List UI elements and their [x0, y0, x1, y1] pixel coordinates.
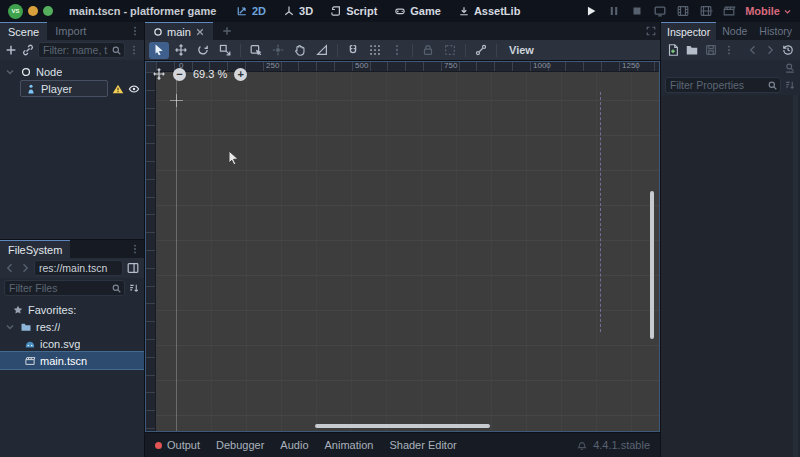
folder-row-res[interactable]: res://: [0, 318, 144, 335]
notifications-icon[interactable]: [576, 439, 588, 451]
play-scene-button[interactable]: [676, 4, 690, 18]
window-zoom-button[interactable]: [43, 6, 53, 16]
lock-node-button[interactable]: [418, 42, 438, 59]
tab-node[interactable]: Node: [716, 22, 753, 40]
recorder-badge: VS: [8, 4, 23, 19]
filesystem-filter-input[interactable]: [4, 280, 125, 296]
bottom-tab-animation[interactable]: Animation: [325, 439, 374, 451]
property-sort-button[interactable]: [784, 79, 796, 91]
list-select-tool-button[interactable]: [246, 42, 266, 59]
filesystem-filter-row: [0, 278, 144, 298]
workspace-script-button[interactable]: Script: [330, 5, 377, 17]
movie-maker-button[interactable]: [722, 4, 736, 18]
open-docs-icon[interactable]: [784, 62, 796, 74]
grid-toggle-button[interactable]: [365, 42, 385, 59]
skeleton-options-button[interactable]: [471, 42, 491, 59]
inspector-dock: Inspector Node History: [660, 22, 800, 457]
scene-tabs: main: [145, 22, 660, 40]
close-icon[interactable]: [195, 27, 205, 37]
remote-debug-button[interactable]: [653, 4, 667, 18]
bottom-tab-audio[interactable]: Audio: [280, 439, 308, 451]
center-view-icon[interactable]: [152, 67, 166, 81]
collapse-icon[interactable]: [4, 321, 16, 333]
window-minimize-button[interactable]: [28, 6, 38, 16]
split-mode-button[interactable]: [126, 261, 140, 275]
history-forward-button[interactable]: [19, 262, 31, 274]
collapse-icon[interactable]: [4, 66, 16, 78]
bottom-tab-debugger[interactable]: Debugger: [216, 439, 264, 451]
workspace-assetlib-button[interactable]: AssetLib: [458, 5, 520, 17]
play-button[interactable]: [584, 4, 598, 18]
canvas-vertical-scrollbar[interactable]: [650, 191, 654, 339]
tab-scene[interactable]: Scene: [0, 22, 47, 40]
history-back-button[interactable]: [4, 262, 16, 274]
stop-button[interactable]: [630, 4, 644, 18]
new-resource-button[interactable]: [666, 43, 680, 57]
sort-files-button[interactable]: [128, 282, 140, 294]
instance-scene-button[interactable]: [21, 43, 35, 57]
renderer-dropdown[interactable]: Mobile: [745, 5, 792, 17]
bottom-panel-bar: Output Debugger Audio Animation Shader E…: [145, 432, 660, 457]
favorites-row[interactable]: Favorites:: [0, 301, 144, 318]
load-resource-button[interactable]: [685, 43, 699, 57]
snap-toggle-button[interactable]: [343, 42, 363, 59]
2d-viewport[interactable]: 0 250 500 750 1000 1250 − 69.3 % +: [145, 61, 660, 432]
rotate-tool-button[interactable]: [193, 42, 213, 59]
play-custom-scene-button[interactable]: [699, 4, 713, 18]
workspace-switcher: 2D 3D Script Game AssetLib: [236, 0, 520, 22]
pivot-tool-button[interactable]: [268, 42, 288, 59]
dock-menu-icon[interactable]: [129, 243, 141, 255]
bottom-tab-output[interactable]: Output: [155, 439, 200, 451]
visibility-icon[interactable]: [128, 83, 140, 95]
file-row-main-tscn[interactable]: main.tscn: [0, 352, 144, 369]
scene-tab-main[interactable]: main: [145, 22, 213, 40]
ruler-icon: [315, 43, 329, 57]
save-resource-button[interactable]: [704, 43, 718, 57]
zoom-level[interactable]: 69.3 %: [193, 68, 227, 80]
edit-forward-button[interactable]: [764, 44, 776, 56]
tab-inspector[interactable]: Inspector: [661, 22, 716, 40]
zoom-in-button[interactable]: +: [234, 68, 247, 81]
snap-options-menu[interactable]: [387, 42, 407, 59]
view-menu-button[interactable]: View: [502, 44, 541, 56]
workspace-game-button[interactable]: Game: [394, 5, 441, 17]
bottom-tab-shader-editor[interactable]: Shader Editor: [389, 439, 456, 451]
tree-row-player[interactable]: Player: [0, 80, 144, 97]
file-row-icon-svg[interactable]: icon.svg: [0, 335, 144, 352]
tree-row-node[interactable]: Node: [0, 63, 144, 80]
ruler-tool-button[interactable]: [312, 42, 332, 59]
move-tool-button[interactable]: [171, 42, 191, 59]
inspector-filter: [665, 77, 781, 93]
mouse-cursor: [228, 150, 240, 166]
scale-icon: [218, 43, 232, 57]
group-node-button[interactable]: [440, 42, 460, 59]
select-tool-button[interactable]: [149, 42, 169, 59]
workspace-3d-button[interactable]: 3D: [283, 5, 313, 17]
pause-button[interactable]: [607, 4, 621, 18]
new-scene-tab-button[interactable]: [213, 22, 241, 40]
zoom-out-button[interactable]: −: [173, 68, 186, 81]
warning-icon[interactable]: [112, 83, 124, 95]
add-node-button[interactable]: [4, 43, 18, 57]
edit-back-button[interactable]: [747, 44, 759, 56]
magnet-icon: [346, 43, 360, 57]
search-icon: [111, 45, 122, 56]
scene-menu-icon[interactable]: [128, 44, 140, 56]
tab-history[interactable]: History: [753, 22, 798, 40]
list-select-icon: [249, 43, 263, 57]
history-button[interactable]: [781, 43, 795, 57]
tab-import[interactable]: Import: [47, 22, 94, 40]
workspace-2d-button[interactable]: 2D: [236, 5, 266, 17]
plus-icon: [221, 25, 233, 37]
scene-tree: Node Player: [0, 60, 144, 239]
pan-tool-button[interactable]: [290, 42, 310, 59]
expand-viewport-icon[interactable]: [645, 25, 657, 37]
dock-menu-icon[interactable]: [129, 25, 141, 37]
scale-tool-button[interactable]: [215, 42, 235, 59]
resource-menu-icon[interactable]: [723, 44, 735, 56]
inspector-filter-input[interactable]: [665, 77, 781, 93]
chevron-down-icon: [783, 7, 792, 16]
current-path-field[interactable]: [34, 260, 123, 276]
tab-filesystem[interactable]: FileSystem: [0, 240, 70, 258]
canvas-horizontal-scrollbar[interactable]: [315, 424, 490, 428]
